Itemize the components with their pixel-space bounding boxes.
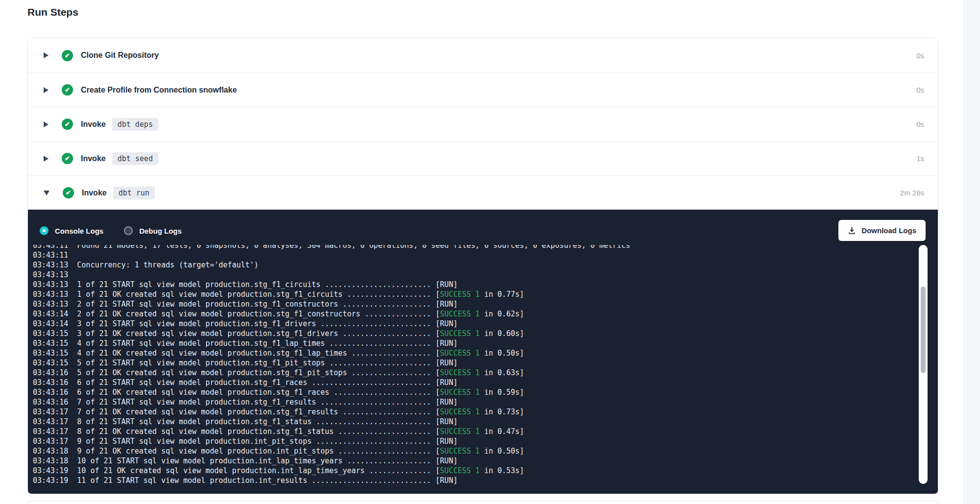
success-check-icon: ✔	[62, 153, 73, 164]
log-line: 03:43:16 6 of 21 START sql view model pr…	[33, 378, 910, 387]
log-type-radio-group: Console Logs Debug Logs	[28, 210, 938, 235]
log-scrollbar-thumb[interactable]	[921, 287, 926, 373]
step-duration: 1s	[916, 154, 924, 163]
success-check-icon: ✔	[62, 50, 73, 61]
log-line: 03:43:15 5 of 21 START sql view model pr…	[33, 358, 910, 368]
step-command-badge: dbt deps	[112, 118, 158, 131]
step-duration: 0s	[916, 51, 924, 60]
log-line: 03:43:19 11 of 21 START sql view model p…	[33, 476, 910, 485]
success-check-icon: ✔	[62, 119, 73, 130]
log-line: 03:43:11 Found 21 models, 17 tests, 0 sn…	[33, 245, 910, 250]
radio-console-logs[interactable]: Console Logs	[40, 226, 103, 235]
log-panel: Console Logs Debug Logs Download Logs 03…	[28, 210, 938, 494]
success-check-icon: ✔	[62, 84, 73, 96]
download-logs-button[interactable]: Download Logs	[838, 220, 926, 241]
log-line: 03:43:16 7 of 21 START sql view model pr…	[33, 397, 910, 407]
log-line: 03:43:16 5 of 21 OK created sql view mod…	[33, 368, 910, 378]
log-line: 03:43:17 9 of 21 START sql view model pr…	[33, 436, 910, 446]
step-row[interactable]: ✔ Invoke dbt seed 1s	[28, 141, 938, 175]
log-line: 03:43:13	[33, 270, 910, 280]
step-row[interactable]: ✔ Clone Git Repository 0s	[28, 38, 938, 72]
log-line: 03:43:15 4 of 21 START sql view model pr…	[33, 338, 910, 348]
log-line: 03:43:15 4 of 21 OK created sql view mod…	[33, 348, 910, 358]
log-line: 03:43:13 1 of 21 START sql view model pr…	[33, 280, 910, 289]
radio-icon[interactable]	[40, 226, 49, 235]
step-duration: 2m 26s	[900, 189, 924, 197]
step-row[interactable]: ✔ Invoke dbt run 2m 26s	[28, 175, 938, 210]
log-line: 03:43:13 Concurrency: 1 threads (target=…	[33, 260, 910, 270]
step-label: Clone Git Repository	[81, 51, 159, 60]
log-line: 03:43:15 3 of 21 OK created sql view mod…	[33, 329, 910, 338]
radio-icon[interactable]	[124, 226, 133, 235]
step-label: Invoke	[81, 120, 106, 129]
download-icon	[848, 226, 856, 235]
log-line: 03:43:17 8 of 21 OK created sql view mod…	[33, 427, 910, 436]
expand-caret-icon[interactable]	[44, 87, 49, 93]
download-logs-label: Download Logs	[861, 226, 916, 235]
expand-caret-icon[interactable]	[44, 191, 49, 195]
expand-caret-icon[interactable]	[44, 52, 49, 58]
success-check-icon: ✔	[63, 187, 74, 198]
log-line: 03:43:17 8 of 21 START sql view model pr…	[33, 417, 910, 427]
step-duration: 0s	[916, 86, 924, 94]
expand-caret-icon[interactable]	[44, 156, 49, 162]
radio-debug-logs[interactable]: Debug Logs	[124, 226, 182, 235]
step-command-badge: dbt run	[113, 187, 155, 199]
expand-caret-icon[interactable]	[44, 121, 49, 127]
step-label: Invoke	[81, 154, 106, 163]
step-row[interactable]: ✔ Invoke dbt deps 0s	[28, 107, 938, 141]
log-line: 03:43:11	[33, 250, 910, 260]
log-line: 03:43:19 10 of 21 OK created sql view mo…	[33, 466, 910, 476]
page-scroll-gutter[interactable]	[963, 0, 980, 504]
log-line: 03:43:18 10 of 21 START sql view model p…	[33, 456, 910, 466]
page-title: Run Steps	[27, 6, 78, 18]
log-line: 03:43:14 3 of 21 START sql view model pr…	[33, 319, 910, 329]
log-line: 03:43:14 2 of 21 OK created sql view mod…	[33, 309, 910, 319]
log-line: 03:43:17 7 of 21 OK created sql view mod…	[33, 407, 910, 417]
log-line: 03:43:13 1 of 21 OK created sql view mod…	[33, 289, 910, 299]
log-line: 03:43:18 9 of 21 OK created sql view mod…	[33, 446, 910, 456]
run-steps-list: ✔ Clone Git Repository 0s ✔ Create Profi…	[28, 38, 938, 210]
next-card-top-edge	[27, 501, 938, 504]
log-scrollbar-track[interactable]	[919, 245, 928, 484]
step-duration: 0s	[916, 120, 924, 128]
step-label: Create Profile from Connection snowflake	[81, 86, 237, 95]
step-label: Invoke	[82, 189, 107, 197]
run-steps-card: ✔ Clone Git Repository 0s ✔ Create Profi…	[27, 38, 938, 494]
console-log-viewport[interactable]: 03:43:11 Found 21 models, 17 tests, 0 sn…	[33, 245, 910, 490]
step-command-badge: dbt seed	[112, 152, 158, 165]
log-line: 03:43:16 6 of 21 OK created sql view mod…	[33, 387, 910, 397]
step-row[interactable]: ✔ Create Profile from Connection snowfla…	[28, 72, 938, 107]
log-line: 03:43:13 2 of 21 START sql view model pr…	[33, 299, 910, 309]
